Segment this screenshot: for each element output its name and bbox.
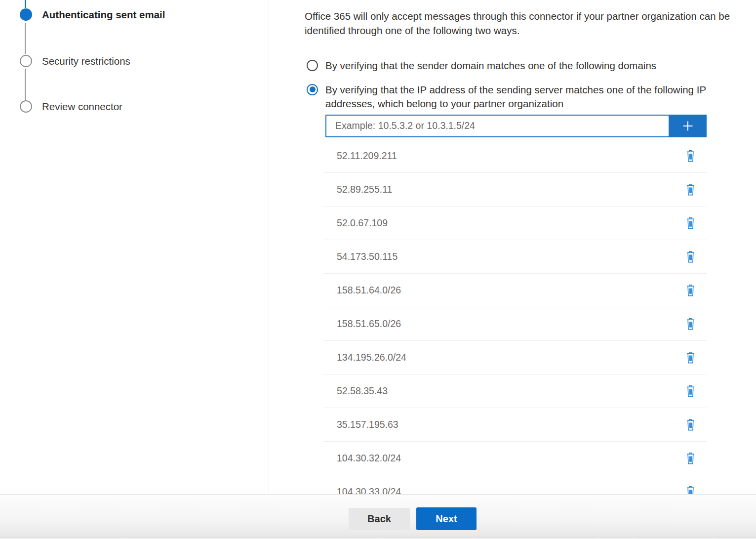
stepper-connector-line-top — [25, 0, 26, 8]
ip-address-value: 54.173.50.115 — [337, 251, 398, 262]
ip-address-value: 52.0.67.109 — [337, 217, 388, 229]
ip-address-list: 52.11.209.211 52.89.255.11 — [323, 139, 707, 495]
trash-icon — [685, 317, 696, 331]
ip-list-item: 35.157.195.63 — [323, 408, 707, 442]
ip-list-item: 52.11.209.211 — [323, 139, 707, 173]
delete-ip-button[interactable] — [683, 147, 698, 165]
step-label: Security restrictions — [42, 55, 130, 67]
ip-list-item: 104.30.32.0/24 — [323, 442, 707, 475]
add-ip-button[interactable] — [669, 115, 707, 137]
radio-option-ip-address[interactable]: By verifying that the IP address of the … — [307, 83, 756, 111]
trash-icon — [685, 183, 696, 196]
plus-icon — [680, 118, 696, 134]
trash-icon — [685, 418, 696, 431]
step-label: Authenticating sent email — [42, 9, 165, 21]
back-button[interactable]: Back — [349, 508, 410, 530]
wizard-content: Authenticating sent email Security restr… — [0, 0, 756, 495]
ip-list-item: 52.0.67.109 — [323, 207, 707, 240]
delete-ip-button[interactable] — [683, 349, 698, 366]
ip-list-item: 134.195.26.0/24 — [323, 341, 707, 374]
authenticating-sent-email-panel: Office 365 will only accept messages thr… — [269, 0, 756, 494]
stepper-step-security-restrictions[interactable]: Security restrictions — [20, 55, 130, 67]
intro-text: Office 365 will only accept messages thr… — [305, 9, 756, 38]
delete-ip-button[interactable] — [683, 214, 698, 232]
delete-ip-button[interactable] — [683, 450, 698, 467]
ip-address-value: 134.195.26.0/24 — [337, 352, 406, 363]
step-active-dot-icon — [20, 8, 32, 21]
delete-ip-button[interactable] — [683, 315, 698, 332]
radio-selected-icon[interactable] — [307, 84, 318, 95]
ip-list-item: 54.173.50.115 — [323, 240, 707, 274]
ip-address-input[interactable] — [325, 115, 669, 137]
ip-address-value: 158.51.65.0/26 — [337, 318, 401, 330]
radio-option-sender-domain[interactable]: By verifying that the sender domain matc… — [307, 59, 756, 73]
option-label: By verifying that the IP address of the … — [325, 83, 734, 111]
trash-icon — [685, 384, 696, 398]
ip-address-value: 104.30.32.0/24 — [337, 453, 401, 464]
trash-icon — [685, 452, 696, 465]
radio-unselected-icon[interactable] — [307, 60, 318, 71]
next-button[interactable]: Next — [416, 507, 477, 530]
trash-icon — [685, 351, 696, 364]
ip-address-value: 52.58.35.43 — [337, 385, 388, 397]
ip-list-item: 52.89.255.11 — [323, 173, 707, 207]
delete-ip-button[interactable] — [683, 282, 698, 299]
delete-ip-button[interactable] — [683, 181, 698, 198]
step-upcoming-dot-icon — [20, 100, 32, 113]
delete-ip-button[interactable] — [683, 248, 698, 265]
wizard-stepper: Authenticating sent email Security restr… — [0, 0, 269, 494]
trash-icon — [685, 485, 696, 495]
ip-entry-row — [325, 115, 707, 137]
ip-address-value: 104.30.33.0/24 — [337, 486, 401, 495]
ip-address-value: 52.89.255.11 — [337, 184, 392, 195]
trash-icon — [685, 284, 696, 297]
stepper-step-review-connector[interactable]: Review connector — [20, 100, 122, 113]
ip-list-item: 158.51.65.0/26 — [323, 307, 707, 341]
stepper-connector-line — [25, 23, 26, 54]
delete-ip-button[interactable] — [683, 483, 698, 495]
stepper-connector-line — [25, 69, 26, 100]
ip-address-value: 52.11.209.211 — [337, 150, 397, 162]
radio-dot — [310, 86, 316, 92]
trash-icon — [685, 149, 696, 163]
ip-list-item: 52.58.35.43 — [323, 374, 707, 408]
ip-address-value: 158.51.64.0/26 — [337, 285, 401, 296]
trash-icon — [685, 216, 696, 230]
delete-ip-button[interactable] — [683, 382, 698, 400]
option-label: By verifying that the sender domain matc… — [325, 59, 656, 73]
stepper-step-authenticating-sent-email[interactable]: Authenticating sent email — [20, 8, 165, 21]
ip-list-item: 104.30.33.0/24 — [323, 475, 707, 495]
wizard-footer: Back Next — [0, 495, 756, 539]
connector-wizard-page: Authenticating sent email Security restr… — [0, 0, 756, 539]
step-label: Review connector — [42, 101, 122, 113]
ip-address-value: 35.157.195.63 — [337, 419, 398, 430]
step-upcoming-dot-icon — [20, 55, 32, 67]
ip-list-item: 158.51.64.0/26 — [323, 274, 707, 307]
delete-ip-button[interactable] — [683, 416, 698, 433]
trash-icon — [685, 250, 696, 263]
